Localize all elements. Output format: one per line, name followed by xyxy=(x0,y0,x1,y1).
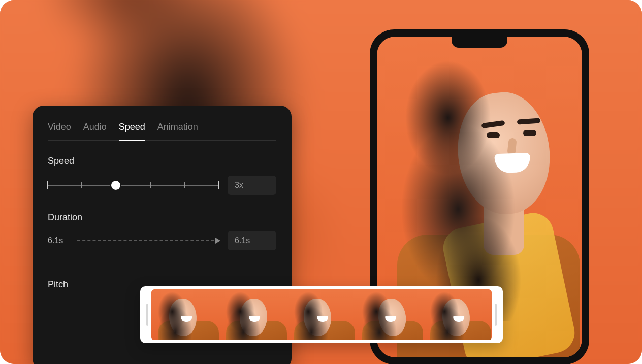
duration-from-value: 6.1s xyxy=(48,236,70,245)
tab-video[interactable]: Video xyxy=(48,118,71,141)
arrow-right-icon xyxy=(77,237,220,245)
speed-value-input[interactable]: 3x xyxy=(228,176,276,195)
clip-thumbnail-frame xyxy=(424,289,492,340)
clip-trim-handle-right[interactable] xyxy=(495,304,497,326)
tab-speed[interactable]: Speed xyxy=(119,118,145,141)
speed-slider[interactable] xyxy=(48,177,218,193)
speed-section-label: Speed xyxy=(48,156,276,167)
clip-thumbnail-frame xyxy=(219,289,287,340)
clip-trim-handle-left[interactable] xyxy=(146,304,148,326)
duration-row: 6.1s 6.1s xyxy=(48,231,276,250)
panel-divider xyxy=(48,266,276,266)
clip-thumbnail-frame xyxy=(287,289,356,340)
settings-tabs: Video Audio Speed Animation xyxy=(48,118,276,141)
duration-to-input[interactable]: 6.1s xyxy=(228,231,276,250)
clip-thumbnail-frame xyxy=(356,289,424,340)
duration-section-label: Duration xyxy=(48,212,276,223)
tab-animation[interactable]: Animation xyxy=(157,118,198,141)
timeline-clip[interactable] xyxy=(140,286,503,343)
tab-audio[interactable]: Audio xyxy=(83,118,107,141)
clip-thumbnail-frame xyxy=(151,289,219,340)
clip-thumbnails[interactable] xyxy=(151,289,492,340)
speed-row: 3x xyxy=(48,176,276,195)
editor-stage: Video Audio Speed Animation Speed 3x Dur… xyxy=(0,0,642,364)
speed-slider-thumb[interactable] xyxy=(111,181,120,190)
